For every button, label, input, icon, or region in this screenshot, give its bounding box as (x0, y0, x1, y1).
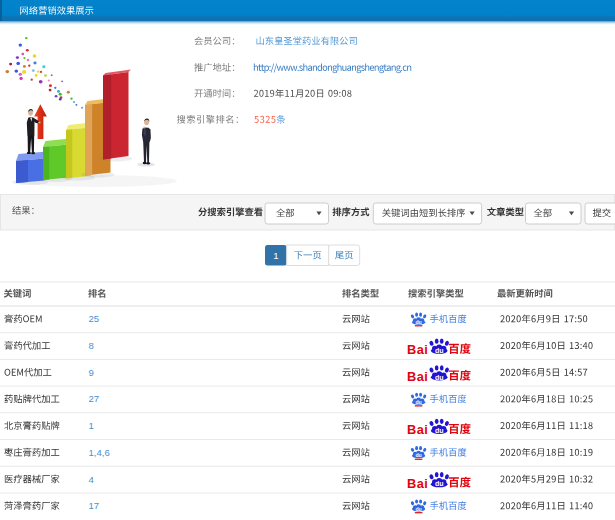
svg-text:du: du (435, 427, 444, 434)
svg-text:Bai: Bai (407, 342, 428, 357)
svg-text:1: 1 (89, 420, 94, 431)
svg-text:Bai: Bai (407, 476, 428, 491)
svg-text:du: du (415, 452, 421, 458)
svg-text:Bai: Bai (407, 369, 428, 384)
svg-text:17: 17 (89, 500, 100, 511)
svg-text:1,4,6: 1,4,6 (89, 447, 110, 458)
svg-text:du: du (435, 347, 444, 354)
svg-text:Bai: Bai (407, 422, 428, 437)
svg-text:du: du (415, 399, 421, 405)
svg-text:du: du (435, 480, 444, 487)
svg-text:4: 4 (89, 474, 95, 485)
svg-text:27: 27 (89, 393, 100, 404)
svg-text:du: du (415, 506, 421, 512)
svg-text:25: 25 (89, 313, 100, 324)
svg-text:1: 1 (273, 250, 278, 261)
svg-text:du: du (435, 374, 444, 381)
svg-text:8: 8 (89, 340, 94, 351)
svg-text:9: 9 (89, 367, 94, 378)
svg-text:du: du (415, 319, 421, 325)
